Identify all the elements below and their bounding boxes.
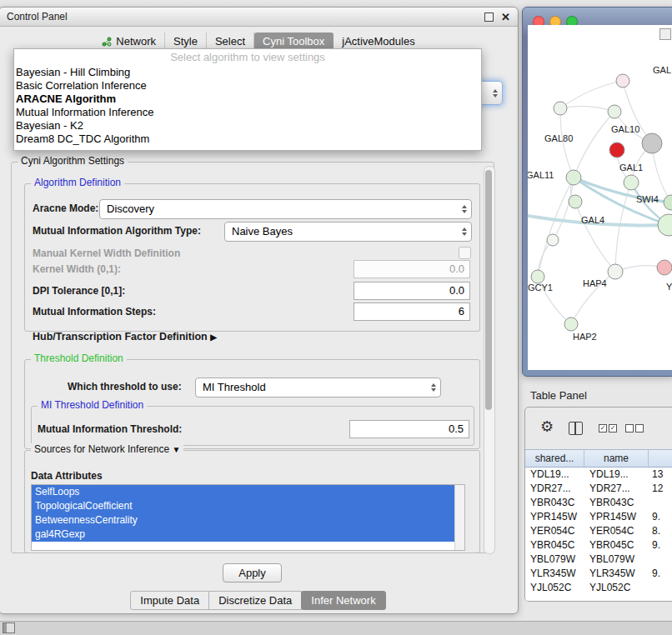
network-edge[interactable]: [575, 202, 615, 272]
tab-jactivemodules[interactable]: jActiveModules: [333, 32, 423, 50]
network-node[interactable]: [531, 270, 544, 283]
table-cell: 13: [647, 468, 672, 482]
threshold-definition-title: Threshold Definition: [31, 352, 127, 364]
network-node[interactable]: [547, 234, 559, 246]
which-threshold-select[interactable]: MI Threshold: [195, 378, 441, 398]
checked-box-icon: ✓: [609, 424, 617, 432]
network-node[interactable]: [642, 133, 662, 153]
column-header-shared[interactable]: shared...: [525, 450, 584, 467]
algorithm-option[interactable]: Bayesian - K2: [14, 119, 481, 132]
network-node-label: Y: [666, 282, 672, 292]
algorithm-option[interactable]: Mutual Information Inference: [14, 106, 481, 119]
mi-steps-field[interactable]: 6: [354, 302, 470, 321]
table-cell: YLR345W: [525, 567, 584, 581]
tab-network[interactable]: Network: [93, 32, 165, 50]
settings-scrollbar-thumb[interactable]: [485, 170, 492, 410]
network-node[interactable]: [554, 102, 567, 115]
tab-cyni-toolbox[interactable]: Cyni Toolbox: [254, 32, 333, 50]
algorithm-option[interactable]: Dream8 DC_TDC Algorithm: [14, 132, 481, 146]
network-edge[interactable]: [538, 178, 574, 277]
dpi-tolerance-field[interactable]: 0.0: [354, 282, 470, 300]
network-node[interactable]: [566, 170, 581, 185]
gear-icon[interactable]: ⚙: [540, 419, 554, 434]
sources-group-title[interactable]: Sources for Network Inference ▼: [31, 443, 183, 455]
table-row[interactable]: YER054CYER054C8.: [525, 524, 672, 538]
tab-impute-data[interactable]: Impute Data: [130, 591, 209, 610]
settings-scrollbar[interactable]: [484, 166, 495, 554]
attribute-item[interactable]: gal4RGexp: [32, 528, 455, 542]
cyni-settings-group-title: Cyni Algorithm Settings: [18, 155, 128, 167]
table-cell: YPR145W: [584, 510, 647, 524]
table-row[interactable]: YDL19...YDL19...13: [525, 468, 672, 482]
network-canvas[interactable]: GALGAL80GAL10GAL11GAL1SWI4GAL4GCY1HAP4HA…: [528, 25, 672, 370]
kernel-width-field[interactable]: 0.0: [354, 260, 470, 278]
network-node-label: HAP2: [573, 332, 597, 342]
table-row[interactable]: YBR043CYBR043C: [525, 496, 672, 510]
docked-panel-icon[interactable]: [3, 622, 15, 633]
clear-all-checks-icon[interactable]: [625, 424, 644, 432]
network-node[interactable]: [664, 195, 672, 210]
network-node[interactable]: [564, 318, 578, 331]
network-edge[interactable]: [574, 112, 614, 178]
tab-style[interactable]: Style: [165, 32, 207, 50]
table-cell: YBR043C: [525, 496, 584, 510]
network-scroll-corner-box[interactable]: [659, 28, 671, 40]
tab-select-label: Select: [215, 35, 245, 48]
network-edge[interactable]: [560, 81, 623, 108]
table-cell: YPR145W: [525, 510, 584, 524]
network-node[interactable]: [608, 264, 623, 279]
algorithm-option[interactable]: Bayesian - Hill Climbing: [14, 66, 481, 79]
attribute-item[interactable]: TopologicalCoefficient: [32, 499, 455, 513]
network-node[interactable]: [569, 195, 582, 208]
algorithm-combo-stepper[interactable]: [479, 81, 503, 105]
table-row[interactable]: YBR045CYBR045C9.: [525, 538, 672, 552]
network-node-label: GAL1: [619, 162, 643, 172]
table-row[interactable]: YDR27...YDR27...12: [525, 482, 672, 496]
algorithm-option[interactable]: Basic Correlation Inference: [14, 79, 481, 92]
apply-button[interactable]: Apply: [223, 563, 282, 582]
table-row[interactable]: YJL052CYJL052C: [525, 581, 672, 595]
tab-infer-network[interactable]: Infer Network: [301, 591, 385, 610]
algorithm-definition-title: Algorithm Definition: [31, 177, 124, 188]
aracne-mode-select[interactable]: Discovery: [99, 199, 472, 219]
network-node[interactable]: [609, 142, 624, 158]
column-header-name[interactable]: name: [584, 450, 649, 467]
table-row[interactable]: YBL079WYBL079W: [525, 552, 672, 567]
network-node[interactable]: [616, 74, 629, 88]
mi-threshold-field[interactable]: 0.5: [349, 420, 469, 438]
table-row[interactable]: YPR145WYPR145W9.: [525, 510, 672, 524]
bottom-tab-bar: Impute Data Discretize Data Infer Networ…: [0, 591, 518, 610]
attribute-item[interactable]: BetweennessCentrality: [32, 513, 455, 528]
network-node[interactable]: [624, 175, 639, 190]
network-node-label: SWI4: [636, 194, 659, 204]
tab-discretize-data[interactable]: Discretize Data: [208, 591, 302, 610]
status-bar: [0, 621, 672, 635]
table-cell: YBL079W: [525, 552, 584, 567]
column-header-extra[interactable]: [649, 450, 672, 467]
table-row[interactable]: YLR345WYLR345W9.: [525, 567, 672, 581]
close-icon[interactable]: ✕: [501, 12, 510, 22]
attribute-list-scrollbar[interactable]: [454, 485, 464, 550]
table-panel-window: ⚙ ✓ ✓ shared... name YDL19...YDL19...13Y…: [524, 407, 672, 602]
control-panel-titlebar[interactable]: Control Panel ✕: [0, 8, 518, 27]
columns-icon[interactable]: [569, 422, 583, 435]
table-cell: [647, 581, 672, 595]
network-node-label: GAL11: [528, 170, 554, 180]
tab-network-label: Network: [116, 35, 156, 48]
manual-kernel-checkbox[interactable]: [459, 247, 471, 259]
mi-type-select[interactable]: Naive Bayes: [224, 222, 472, 242]
hub-section-toggle[interactable]: Hub/Transcription Factor Definition ▶: [33, 331, 217, 342]
float-window-icon[interactable]: [484, 12, 494, 22]
checked-box-icon: ✓: [599, 424, 607, 432]
table-cell: YER054C: [584, 524, 647, 538]
network-node[interactable]: [608, 105, 621, 118]
tab-select[interactable]: Select: [207, 32, 254, 50]
control-panel-window: Control Panel ✕ Network Style Select Cyn…: [0, 7, 519, 614]
algorithm-option-selected[interactable]: ARACNE Algorithm: [14, 92, 481, 106]
attribute-item[interactable]: SelfLoops: [32, 485, 455, 499]
network-edge[interactable]: [560, 106, 614, 112]
table-cell: 9.: [647, 567, 672, 581]
network-node[interactable]: [657, 260, 672, 275]
aracne-mode-value: Discovery: [107, 202, 154, 215]
select-all-checks-icon[interactable]: ✓ ✓: [599, 424, 617, 432]
